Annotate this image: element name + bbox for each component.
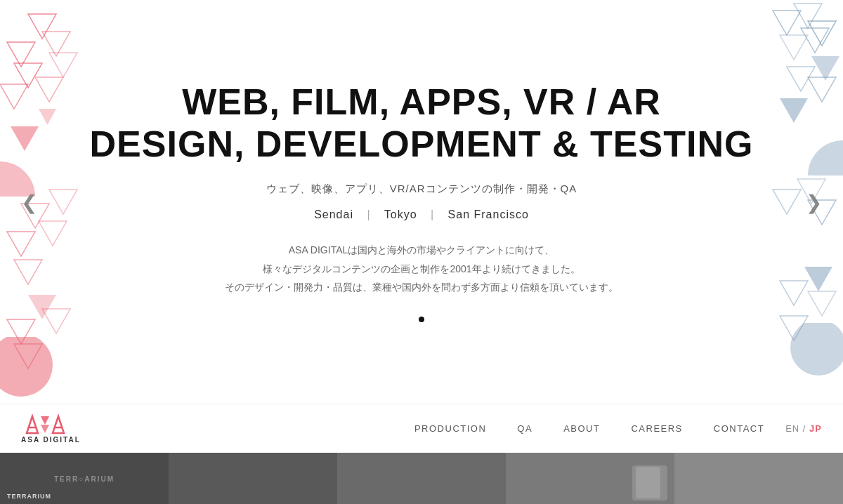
svg-marker-13 [14,260,42,284]
svg-marker-34 [808,291,836,316]
bottom-strip: TERRARIUM TERR○ARIUM [0,453,843,504]
svg-marker-14 [28,295,56,319]
thumb-label-1: TERRARIUM [7,493,51,500]
svg-marker-38 [27,416,38,433]
svg-marker-21 [794,4,822,28]
location-sendai: Sendai [314,208,353,220]
svg-marker-1 [7,42,35,67]
svg-marker-40 [41,416,49,425]
svg-marker-22 [808,21,836,46]
svg-marker-16 [42,309,70,333]
svg-marker-42 [53,416,64,433]
hero-title: WEB, FILM, APPS, VR / AR DESIGN, DEVELOP… [90,81,754,166]
svg-marker-12 [39,221,67,246]
dot-active[interactable] [419,317,424,322]
svg-marker-29 [773,190,801,214]
lang-sep: / [803,423,809,434]
nav-contact[interactable]: CONTACT [698,423,780,434]
svg-marker-10 [49,190,77,214]
svg-marker-6 [35,77,63,102]
svg-rect-37 [787,323,843,379]
svg-marker-26 [787,67,815,91]
location-sf: San Francisco [448,208,529,220]
thumb-3[interactable] [337,453,506,504]
nav-careers[interactable]: CAREERS [615,423,698,434]
nav-qa[interactable]: QA [502,423,548,434]
svg-marker-0 [28,14,56,39]
logo-icon [21,413,67,435]
svg-marker-25 [811,56,839,81]
navbar: ASA DIGITAL PRODUCTION QA ABOUT CAREERS … [0,404,843,453]
svg-marker-33 [780,281,808,305]
nav-about[interactable]: ABOUT [548,423,615,434]
svg-marker-32 [804,267,832,291]
hero-subtitle-jp: ウェブ、映像、アプリ、VR/ARコンテンツの制作・開発・QA [90,183,754,196]
logo-text: ASA DIGITAL [21,436,81,444]
svg-point-35 [790,319,843,376]
svg-rect-19 [0,337,70,404]
prev-arrow[interactable]: ❮ [14,183,44,220]
svg-marker-28 [780,98,808,123]
logo-area[interactable]: ASA DIGITAL [21,413,81,444]
svg-marker-36 [780,316,808,340]
svg-marker-5 [0,84,28,109]
svg-marker-3 [14,63,42,88]
svg-marker-41 [41,425,49,433]
svg-marker-2 [42,32,70,56]
thumb-4[interactable] [506,453,674,504]
svg-marker-24 [801,28,829,53]
thumb-1[interactable]: TERRARIUM TERR○ARIUM [0,453,169,504]
location-sep-1: | [367,208,370,220]
svg-marker-15 [7,319,35,344]
carousel-dots [90,317,754,322]
hero-description: ASA DIGITALは国内と海外の市場やクライアントに向けて、 様々なデジタル… [90,241,754,297]
svg-marker-11 [7,232,35,256]
hero-locations: Sendai | Tokyo | San Francisco [90,208,754,221]
next-arrow[interactable]: ❯ [799,183,829,220]
svg-marker-20 [773,11,801,35]
svg-marker-8 [39,109,56,125]
svg-marker-17 [14,344,42,369]
location-sep-2: | [431,208,434,220]
thumb-5[interactable] [674,453,843,504]
thumb-2[interactable] [169,453,337,504]
svg-marker-4 [49,53,77,77]
lang-en[interactable]: EN [785,423,799,434]
lang-jp[interactable]: JP [809,423,822,434]
nav-links: PRODUCTION QA ABOUT CAREERS CONTACT EN /… [399,423,822,434]
language-switcher: EN / JP [785,423,822,434]
nav-production[interactable]: PRODUCTION [399,423,502,434]
location-tokyo: Tokyo [384,208,417,220]
svg-marker-23 [780,35,808,60]
svg-marker-27 [808,77,836,102]
hero-section: ❮ ❯ WEB, FILM, APPS, VR / AR DESIGN, DEV… [0,0,843,404]
svg-marker-7 [11,126,39,151]
hero-content: WEB, FILM, APPS, VR / AR DESIGN, DEVELOP… [90,81,754,321]
svg-point-18 [0,333,53,397]
